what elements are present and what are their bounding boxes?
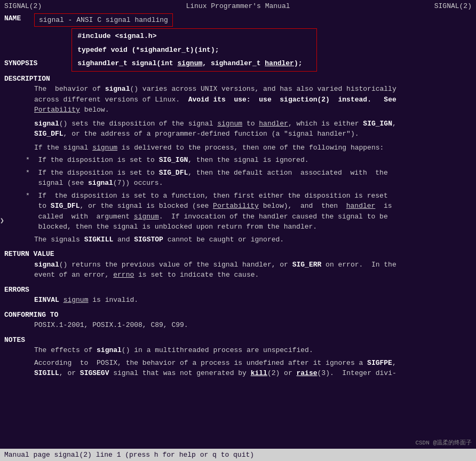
errors-section: ERRORS EINVAL signum is invalid. <box>0 283 476 306</box>
status-bar: Manual page signal(2) line 1 (press h fo… <box>0 449 476 462</box>
description-section: DESCRIPTION The behavior of signal() var… <box>0 72 476 245</box>
description-para3: If the signal signum is delivered to the… <box>4 143 472 153</box>
terminal-window: SIGNAL(2) Linux Programmer's Manual SIGN… <box>0 0 476 461</box>
header-center: Linux Programmer's Manual <box>186 1 290 12</box>
synopsis-box: #include <signal.h> typedef void (*sigha… <box>72 28 317 72</box>
description-label: DESCRIPTION <box>4 75 50 83</box>
header-right: SIGNAL(2) <box>434 1 472 12</box>
conforming-label: CONFORMING TO <box>4 311 58 319</box>
synopsis-label: SYNOPSIS <box>4 59 37 67</box>
header-left: SIGNAL(2) <box>4 1 42 12</box>
synopsis-line1: #include <signal.h> <box>77 31 311 42</box>
errors-label: ERRORS <box>4 286 29 294</box>
watermark: CSDN @温柔的终面子 <box>415 439 472 448</box>
main-content: NAME signal - ANSI C signal handling SYN… <box>0 13 476 459</box>
name-section: NAME signal - ANSI C signal handling <box>0 13 476 28</box>
notes-para1: The effects of signal() in a multithread… <box>4 345 472 356</box>
notes-para2: According to POSIX, the behavior of a pr… <box>4 358 472 379</box>
header-bar: SIGNAL(2) Linux Programmer's Manual SIGN… <box>0 0 476 13</box>
return-value-text: signal() returns the previous value of t… <box>4 260 472 280</box>
description-para2: signal() sets the disposition of the sig… <box>4 119 472 139</box>
status-text: Manual page signal(2) line 1 (press h fo… <box>4 451 254 459</box>
description-bullet1: * If the disposition is set to SIG_IGN, … <box>4 155 472 166</box>
description-bullet3: * If the disposition is set to a functio… <box>4 191 472 232</box>
synopsis-section: SYNOPSIS #include <signal.h> typedef voi… <box>0 27 476 72</box>
name-text: signal - ANSI C signal handling <box>39 16 168 24</box>
description-para1: The behavior of signal() varies across U… <box>4 84 472 115</box>
conforming-text: POSIX.1-2001, POSIX.1-2008, C89, C99. <box>4 320 472 331</box>
synopsis-line2: typedef void (*sighandler_t)(int); <box>77 45 311 56</box>
synopsis-line3: sighandler_t signal(int signum, sighandl… <box>77 58 311 69</box>
description-para4: The signals SIGKILL and SIGSTOP cannot b… <box>4 235 472 245</box>
conforming-section: CONFORMING TO POSIX.1-2001, POSIX.1-2008… <box>0 308 476 331</box>
description-bullet2: * If the disposition is set to SIG_DFL, … <box>4 168 472 189</box>
notes-section: NOTES The effects of signal() in a multi… <box>0 333 476 379</box>
return-value-section: RETURN VALUE signal() returns the previo… <box>0 247 476 280</box>
return-value-label: RETURN VALUE <box>4 250 54 258</box>
errors-text: EINVAL signum is invalid. <box>4 295 472 306</box>
notes-label: NOTES <box>4 336 25 344</box>
name-label: NAME <box>4 13 34 24</box>
name-box: signal - ANSI C signal handling <box>34 13 173 27</box>
scroll-indicator: ❯ <box>0 216 4 226</box>
